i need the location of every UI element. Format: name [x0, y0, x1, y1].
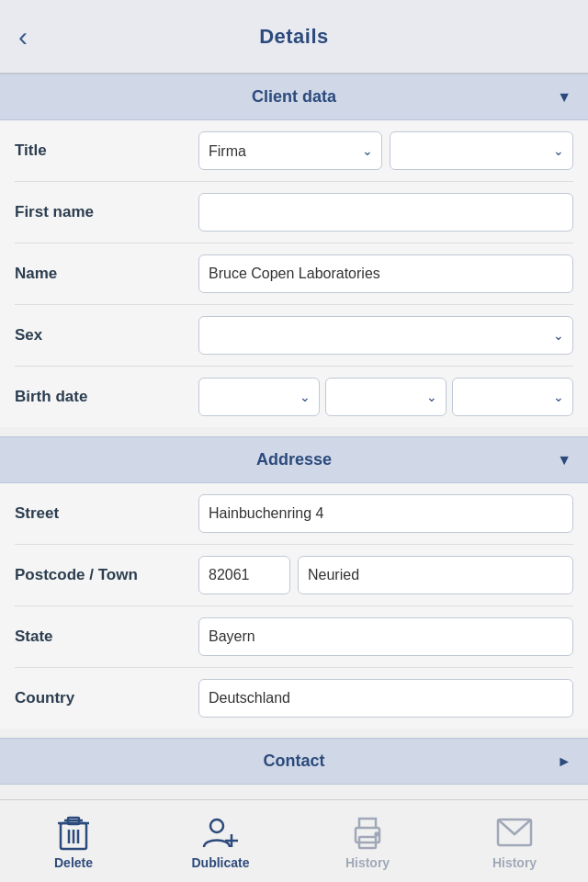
- address-form: Street Postcode / Town State Country: [0, 483, 588, 729]
- address-section-header[interactable]: Addresse ▼: [0, 436, 588, 483]
- first-name-row: First name: [15, 182, 573, 243]
- country-input[interactable]: [198, 679, 573, 718]
- birth-date-label: Birth date: [15, 388, 198, 406]
- postcode-town-row: Postcode / Town: [15, 545, 573, 606]
- birth-date-row: Birth date ⌄ ⌄: [15, 367, 573, 427]
- title-label: Title: [15, 141, 198, 160]
- birth-year-select[interactable]: [452, 378, 573, 416]
- sex-label: Sex: [15, 326, 198, 345]
- state-row: State: [15, 606, 573, 668]
- street-row: Street: [15, 483, 573, 545]
- client-data-form: Title Firma Herr Frau Dr. Prof. ⌄: [0, 120, 588, 427]
- birth-month-select[interactable]: [325, 378, 447, 416]
- birth-month-wrapper: ⌄: [325, 378, 447, 416]
- tab-history1-label: History: [345, 855, 390, 870]
- postcode-town-controls: [198, 556, 573, 594]
- name-controls: [198, 254, 573, 293]
- postcode-town-label: Postcode / Town: [15, 566, 198, 584]
- tab-history2-label: History: [492, 855, 537, 870]
- address-label: Addresse: [256, 450, 332, 469]
- birth-date-controls: ⌄ ⌄ ⌄: [198, 378, 573, 416]
- street-label: Street: [15, 504, 198, 523]
- street-input[interactable]: [198, 494, 573, 533]
- state-input[interactable]: [198, 617, 573, 656]
- country-controls: [198, 679, 573, 718]
- sex-select-wrapper: Male Female Other ⌄: [198, 316, 573, 355]
- name-row: Name: [15, 243, 573, 305]
- street-controls: [198, 494, 573, 533]
- first-name-label: First name: [15, 203, 198, 221]
- delete-icon: [54, 813, 93, 852]
- sex-row: Sex Male Female Other ⌄: [15, 305, 573, 367]
- contact-arrow: ►: [557, 753, 571, 770]
- title-select1[interactable]: Firma Herr Frau Dr. Prof.: [198, 131, 382, 170]
- tab-delete[interactable]: Delete: [0, 800, 147, 882]
- birth-year-wrapper: ⌄: [452, 378, 573, 416]
- first-name-input[interactable]: [198, 193, 573, 232]
- tab-duplicate-label: Dublicate: [191, 855, 249, 870]
- contact-section-header[interactable]: Contact ►: [0, 738, 588, 785]
- sex-select[interactable]: Male Female Other: [198, 316, 573, 355]
- title-controls: Firma Herr Frau Dr. Prof. ⌄ ⌄: [198, 131, 573, 170]
- birth-day-select[interactable]: [198, 378, 320, 416]
- tab-bar: Delete Dublicate History: [0, 799, 588, 882]
- address-arrow: ▼: [557, 452, 571, 469]
- state-label: State: [15, 628, 198, 646]
- state-controls: [198, 617, 573, 656]
- page-title: Details: [259, 25, 329, 49]
- back-button[interactable]: ‹: [18, 21, 28, 52]
- country-label: Country: [15, 689, 198, 707]
- mail-icon: [495, 813, 534, 852]
- title-row: Title Firma Herr Frau Dr. Prof. ⌄: [15, 120, 573, 182]
- name-label: Name: [15, 265, 198, 283]
- town-input[interactable]: [298, 556, 573, 594]
- first-name-controls: [198, 193, 573, 232]
- content: Client data ▼ Title Firma Herr Frau Dr. …: [0, 74, 588, 876]
- svg-point-7: [210, 820, 223, 832]
- title-select2[interactable]: [390, 131, 573, 170]
- tab-duplicate[interactable]: Dublicate: [147, 800, 294, 882]
- header: ‹ Details: [0, 0, 588, 74]
- name-input[interactable]: [198, 254, 573, 293]
- tab-history1[interactable]: History: [294, 800, 441, 882]
- contact-label: Contact: [264, 752, 325, 771]
- title-select1-wrapper: Firma Herr Frau Dr. Prof. ⌄: [198, 131, 382, 170]
- tab-history2[interactable]: History: [441, 800, 588, 882]
- sex-controls: Male Female Other ⌄: [198, 316, 573, 355]
- client-data-label: Client data: [252, 87, 336, 107]
- svg-point-12: [376, 832, 379, 835]
- title-select2-wrapper: ⌄: [390, 131, 573, 170]
- tab-delete-label: Delete: [54, 855, 93, 870]
- print-icon: [348, 813, 387, 852]
- client-data-arrow: ▼: [557, 89, 571, 106]
- postcode-input[interactable]: [198, 556, 290, 594]
- birth-day-wrapper: ⌄: [198, 378, 320, 416]
- client-data-section-header[interactable]: Client data ▼: [0, 74, 588, 120]
- duplicate-icon: [201, 813, 240, 852]
- country-row: Country: [15, 668, 573, 729]
